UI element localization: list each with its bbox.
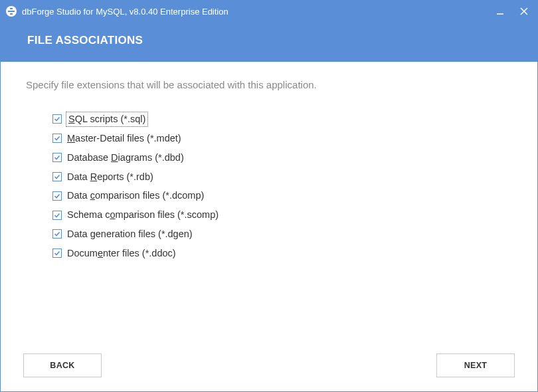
back-button[interactable]: BACK <box>23 353 102 377</box>
file-association-label: Master-Detail files (*.mdet) <box>67 132 181 145</box>
file-association-item[interactable]: Data generation files (*.dgen) <box>52 228 512 241</box>
window-controls <box>492 3 532 19</box>
file-association-item[interactable]: Schema comparison files (*.scomp) <box>52 209 512 221</box>
svg-rect-1 <box>8 11 15 12</box>
file-association-item[interactable]: Data comparison files (*.dcomp) <box>52 189 512 202</box>
titlebar: dbForge Studio for MySQL, v8.0.40 Enterp… <box>1 1 537 22</box>
installer-window: dbForge Studio for MySQL, v8.0.40 Enterp… <box>0 0 538 392</box>
file-association-item[interactable]: SQL scripts (*.sql) <box>52 113 512 126</box>
file-association-label: Data Reports (*.rdb) <box>67 171 153 183</box>
checkbox-icon[interactable] <box>52 229 62 239</box>
file-association-label: Schema comparison files (*.scomp) <box>67 209 219 221</box>
file-association-label: Data generation files (*.dgen) <box>67 228 193 241</box>
header-band: FILE ASSOCIATIONS <box>1 22 537 62</box>
checkbox-icon[interactable] <box>52 153 62 162</box>
checkbox-icon[interactable] <box>52 191 62 201</box>
description-text: Specify file extensions that will be ass… <box>26 79 512 90</box>
file-association-label: Documenter files (*.ddoc) <box>67 247 176 260</box>
file-association-item[interactable]: Database Diagrams (*.dbd) <box>52 151 512 164</box>
checkbox-icon[interactable] <box>52 114 62 124</box>
next-button[interactable]: NEXT <box>436 353 515 377</box>
checkbox-icon[interactable] <box>52 211 62 220</box>
svg-rect-0 <box>10 8 13 9</box>
checkbox-icon[interactable] <box>52 134 62 143</box>
window-title: dbForge Studio for MySQL, v8.0.40 Enterp… <box>22 7 492 17</box>
close-button[interactable] <box>516 3 532 19</box>
content-area: Specify file extensions that will be ass… <box>1 62 537 340</box>
app-icon <box>6 6 17 17</box>
file-association-label: SQL scripts (*.sql) <box>67 113 147 126</box>
svg-rect-2 <box>10 13 13 15</box>
checkbox-icon[interactable] <box>52 172 62 181</box>
checkbox-icon[interactable] <box>52 248 62 258</box>
file-association-item[interactable]: Data Reports (*.rdb) <box>52 171 512 183</box>
file-association-label: Data comparison files (*.dcomp) <box>67 189 204 202</box>
file-association-item[interactable]: Documenter files (*.ddoc) <box>52 247 512 260</box>
file-association-label: Database Diagrams (*.dbd) <box>67 151 184 164</box>
file-association-list: SQL scripts (*.sql)Master-Detail files (… <box>52 113 512 260</box>
minimize-button[interactable] <box>492 3 508 19</box>
page-title: FILE ASSOCIATIONS <box>27 34 511 47</box>
footer: BACK NEXT <box>1 340 537 391</box>
file-association-item[interactable]: Master-Detail files (*.mdet) <box>52 132 512 145</box>
